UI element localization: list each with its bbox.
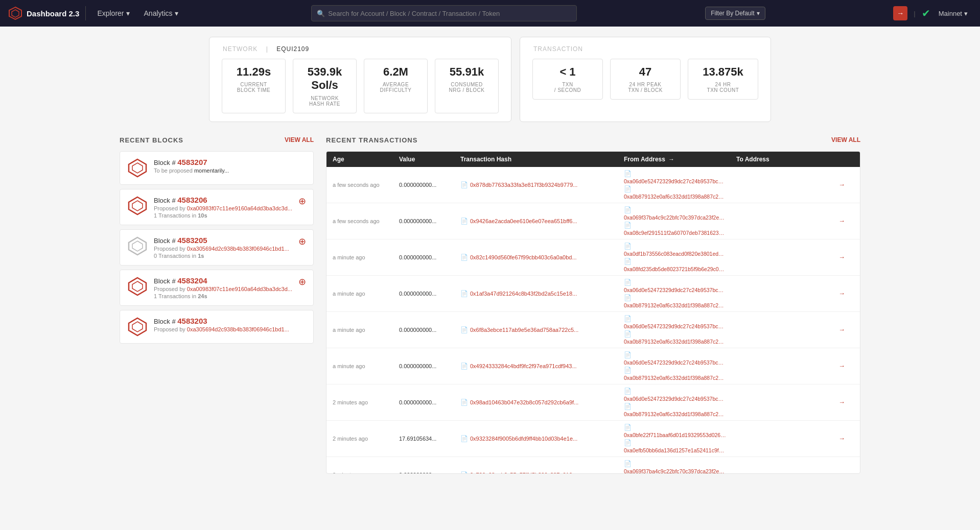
txn-navigate-button[interactable]: → [838,253,854,261]
from-addr-2[interactable]: 0xa0b879132e0af6c332dd1f398a887c2c9aa1b3… [624,194,726,200]
search-input[interactable] [325,10,571,17]
txn-hash[interactable]: 0x4924333284c4bdf9fc2f97ea971cdf943... [470,363,577,369]
block-actions-4583205: ⊕ [298,236,306,247]
from-addr-1[interactable]: 0xa06d0e52472329d9dc27c24b9537bc6df22396… [624,323,726,329]
block-expand-4583204[interactable]: ⊕ [298,276,306,287]
txn-hash[interactable]: 0x1af3a47d921264c8b43f2bd2a5c15e18... [470,291,577,297]
txn-hash[interactable]: 0x9426ae2acda0ee610e6e07eea651bff6... [470,218,577,224]
from-doc-icon-1: 📄 [624,315,726,322]
block-proposer-4583204[interactable]: 0xa00983f07c11ee9160a64dd3ba3dc3d... [187,286,292,292]
txn-hash[interactable]: 0x9323284f9005b6dfd9ff4bb10d03b4e1e... [470,436,577,442]
analytics-menu-button[interactable]: Analytics ▾ [139,6,183,20]
from-addr-1[interactable]: 0xa069f37ba4c9c22bfc70c397dca23f2eb73677… [624,468,726,473]
from-addr-1[interactable]: 0xa06d0e52472329d9dc27c24b9537bc6df22396… [624,359,726,366]
blocks-view-all-link[interactable]: VIEW ALL [285,136,314,143]
block-proposer-4583205[interactable]: 0xa305694d2c938b4b383f06946c1bd1... [187,246,289,252]
brand-icon [8,6,22,20]
txn-navigate-button[interactable]: → [838,471,854,473]
analytics-label: Analytics [144,9,173,17]
from-addr-2[interactable]: 0xa0b879132e0af6c332dd1f398a887c2c9aa1b3… [624,302,726,308]
txn-hash[interactable]: 0x796e68eeb0c55e57ffd5b300c387e016... [470,472,577,473]
svg-marker-8 [129,278,146,295]
top-navigation: Dashboard 2.3 Explorer ▾ Analytics ▾ 🔍 F… [0,0,980,27]
txn-navigate-button[interactable]: → [838,326,854,333]
txn-navigate-button[interactable]: → [838,435,854,442]
block-proposer-4583206[interactable]: 0xa00983f07c11ee9160a64dd3ba3dc3d... [187,205,292,211]
from-addr-1[interactable]: 0xa069f37ba4c9c22bfc70c397dca23f2eb73677… [624,214,726,221]
block-icon-4583206 [127,196,148,216]
txn-rows-container: a few seconds ago 0.000000000... 📄 0x878… [326,167,860,473]
block-info-4583203: Block # 4583203 Proposed by 0xa305694d2c… [154,317,306,332]
txn-hash[interactable]: 0x6f8a3ebce117ab9e5e36ad758aa722c5... [470,327,578,333]
block-expand-4583205[interactable]: ⊕ [298,236,306,247]
txn-navigate-button[interactable]: → [838,217,854,225]
txn-navigate-button[interactable]: → [838,290,854,297]
block-proposer-4583203[interactable]: 0xa305694d2c938b4b383f06946c1bd1... [187,326,289,332]
brand-logo-area: Dashboard 2.3 [8,6,86,20]
block-card-4583203: Block # 4583203 Proposed by 0xa305694d2c… [120,310,314,344]
status-check-icon: ✔ [922,7,930,19]
txn-hash[interactable]: 0x82c1490d560fe67f99cbb403c6a0a0bd... [470,254,577,260]
txn-from-addresses: 📄 0xa0bfe22f711baaf6d01d19329553d026f252… [624,424,726,453]
block-icon-4583205 [127,236,148,256]
svg-marker-6 [129,237,146,255]
block-number-4583205: Block # 4583205 [154,236,292,245]
txn-navigate-button[interactable]: → [838,362,854,370]
search-icon: 🔍 [317,10,325,17]
txn-from-addresses: 📄 0xa06d0e52472329d9dc27c24b9537bc6df223… [624,279,726,308]
blocks-section-header: RECENT BLOCKS VIEW ALL [120,136,314,144]
filter-button[interactable]: Filter By Default ▾ [705,7,765,20]
brand-title: Dashboard 2.3 [27,9,79,18]
txn-value: 0.000000000... [399,218,460,224]
col-spacer [726,156,736,163]
from-addr-1[interactable]: 0xa06d0e52472329d9dc27c24b9537bc6df22396… [624,178,726,184]
txn-navigate-button[interactable]: → [838,398,854,406]
table-row: a few seconds ago 0.000000000... 📄 0x878… [326,167,860,203]
txn-hash-wrap: 📄 0x9323284f9005b6dfd9ff4bb10d03b4e1e... [460,435,624,442]
recent-transactions-section: RECENT TRANSACTIONS VIEW ALL Age Value T… [326,136,860,474]
from-addr-1[interactable]: 0xa06d0e52472329d9dc27c24b9537bc6df22396… [624,396,726,402]
txn-from-addresses: 📄 0xa069f37ba4c9c22bfc70c397dca23f2eb736… [624,460,726,473]
txn-age: a minute ago [333,291,399,297]
txn-value: 0.000000000... [399,254,460,260]
from-addr-2[interactable]: 0xa08c9ef291511f2a60707deb73816234b2900c… [624,230,726,236]
explorer-menu-button[interactable]: Explorer ▾ [92,6,134,20]
from-doc-icon-2: 📄 [624,367,726,374]
from-addr-2[interactable]: 0xa0b879132e0af6c332dd1f398a887c2c9aa1b3… [624,375,726,381]
from-addr-2[interactable]: 0xa0b879132e0af6c332dd1f398a887c2c9aa1b3… [624,411,726,417]
block-card-4583206: Block # 4583206 Proposed by 0xa00983f07c… [120,189,314,225]
txn-hash[interactable]: 0x878db77633a33fa3e817f3b9324b9779... [470,182,577,188]
block-number-4583207: Block # 4583207 [154,158,306,166]
txn-navigate-button[interactable]: → [838,181,854,188]
explorer-label: Explorer [97,9,124,17]
blocks-section-title: RECENT BLOCKS [120,136,183,144]
txns-view-all-link[interactable]: VIEW ALL [831,136,860,143]
blocks-list: Block # 4583207 To be proposed momentari… [120,151,314,348]
txn-hash-wrap: 📄 0x1af3a47d921264c8b43f2bd2a5c15e18... [460,290,624,297]
from-addr-2[interactable]: 0xa0b879132e0af6c332dd1f398a887c2c9aa1b3… [624,339,726,345]
txn-value: 0.000000000... [399,472,460,473]
navigate-button[interactable]: → [893,6,907,20]
stat-txn-count-value: 13.875k [693,65,753,79]
block-expand-4583206[interactable]: ⊕ [298,196,306,207]
from-addr-1[interactable]: 0xa0bfe22f711baaf6d01d19329553d026f2528f… [624,432,726,438]
transaction-stats-row: < 1 TXN/ SECOND 47 24 HR PEAKTXN / BLOCK… [530,59,760,100]
from-addr-1[interactable]: 0xa0df1b73556c083eacd0f820e3801ed593bd3a… [624,251,726,257]
from-addr-2[interactable]: 0xa08fd235db5de8023721b5f9b6e29c0ee52539… [624,266,726,272]
stat-nrg-value: 55.91k [440,65,493,79]
block-number-4583206: Block # 4583206 [154,196,292,204]
block-txns-4583204: 1 Transactions in 24s [154,293,292,299]
stat-txn-per-sec-label: TXN/ SECOND [538,82,597,93]
txn-hash[interactable]: 0x98ad10463b047e32b8c057d292cb6a9f... [470,399,578,405]
stat-txn-count-label: 24 HRTXN COUNT [693,82,753,93]
block-txns-4583206: 1 Transactions in 10s [154,212,292,219]
block-txns-4583205: 0 Transactions in 1s [154,253,292,259]
from-doc-icon-1: 📄 [624,351,726,358]
block-info-4583205: Block # 4583205 Proposed by 0xa305694d2c… [154,236,292,259]
from-addr-1[interactable]: 0xa06d0e52472329d9dc27c24b9537bc6df22396… [624,287,726,293]
from-doc-icon-1: 📄 [624,388,726,395]
from-addr-2[interactable]: 0xa0efb50bb6da136d1257e1a52411c9f3fd154b… [624,447,726,453]
col-to-header: To Address [736,156,838,163]
txn-value: 0.000000000... [399,291,460,297]
mainnet-button[interactable]: Mainnet ▾ [935,7,972,20]
